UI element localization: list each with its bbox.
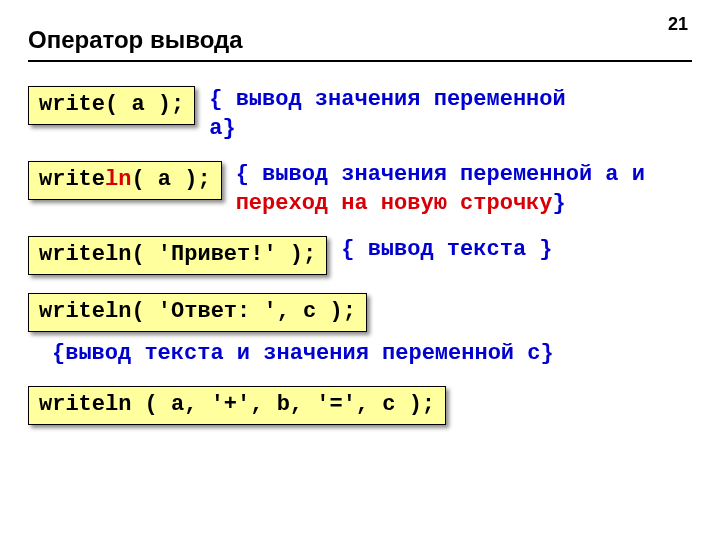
example-row: writeln( 'Ответ: ', c ); (28, 293, 692, 332)
example-row: writeln( 'Привет!' ); { вывод текста } (28, 236, 692, 275)
page-number: 21 (668, 14, 688, 35)
code-box: writeln( a ); (28, 161, 222, 200)
brace-open: { (209, 87, 235, 112)
code-text: write( a ); (39, 92, 184, 117)
brace-open: { (341, 237, 367, 262)
code-box: write( a ); (28, 86, 195, 125)
comment-text: вывод значения переменной a (209, 87, 565, 141)
brace-open: { (236, 162, 262, 187)
code-box: writeln ( a, '+', b, '=', c ); (28, 386, 446, 425)
comment: { вывод значения переменной a и переход … (236, 161, 666, 218)
brace-close: } (526, 237, 552, 262)
comment: { вывод значения переменной a} (209, 86, 589, 143)
comment-text: вывод значения переменной a и (262, 162, 645, 187)
code-box: writeln( 'Привет!' ); (28, 236, 327, 275)
page-title: Оператор вывода (28, 26, 692, 54)
title-rule (28, 60, 692, 62)
comment-text: вывод текста (368, 237, 526, 262)
brace-open: { (52, 341, 65, 366)
comment-highlight: переход на новую строчку (236, 191, 553, 216)
example-row: writeln ( a, '+', b, '=', c ); (28, 386, 692, 425)
code-text: writeln( a ); (39, 167, 211, 192)
code-text: writeln ( a, '+', b, '=', c ); (39, 392, 435, 417)
comment-text: вывод текста и значения переменной c (65, 341, 540, 366)
code-text: writeln( 'Ответ: ', c ); (39, 299, 356, 324)
code-text: writeln( 'Привет!' ); (39, 242, 316, 267)
example-row: write( a ); { вывод значения переменной … (28, 86, 692, 143)
brace-close: } (540, 341, 553, 366)
comment: { вывод текста } (341, 236, 552, 265)
code-box: writeln( 'Ответ: ', c ); (28, 293, 367, 332)
brace-close: } (553, 191, 566, 216)
comment: {вывод текста и значения переменной c} (52, 340, 692, 369)
example-row: writeln( a ); { вывод значения переменно… (28, 161, 692, 218)
brace-close: } (222, 116, 235, 141)
